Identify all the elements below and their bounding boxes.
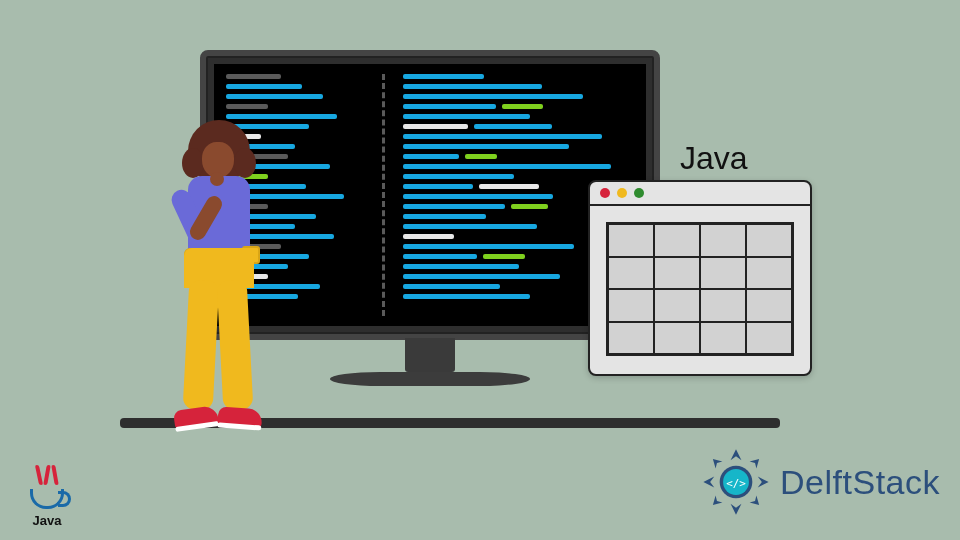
svg-marker-1 xyxy=(731,504,742,515)
delftstack-wordmark: DelftStack xyxy=(780,463,940,502)
maximize-dot-icon xyxy=(634,188,644,198)
java-cup-icon xyxy=(30,489,64,509)
data-grid xyxy=(606,222,794,356)
minimize-dot-icon xyxy=(617,188,627,198)
grid-cell xyxy=(608,224,654,257)
grid-cell xyxy=(700,224,746,257)
grid-cell xyxy=(746,322,792,355)
grid-cell xyxy=(746,224,792,257)
grid-cell xyxy=(654,289,700,322)
person-illustration xyxy=(150,130,280,430)
delftstack-badge-icon: </> xyxy=(702,448,770,516)
grid-cell xyxy=(700,322,746,355)
monitor-stand-neck xyxy=(405,338,455,372)
grid-cell xyxy=(654,224,700,257)
svg-marker-0 xyxy=(731,449,742,460)
close-dot-icon xyxy=(600,188,610,198)
svg-marker-3 xyxy=(758,477,769,488)
window-titlebar xyxy=(590,182,810,206)
java-steam-icon xyxy=(37,465,57,487)
svg-marker-5 xyxy=(750,459,760,469)
person-leg-right xyxy=(217,279,254,410)
person-shoe-left xyxy=(173,405,219,429)
svg-marker-7 xyxy=(750,496,760,506)
grid-cell xyxy=(654,322,700,355)
grid-cell xyxy=(608,322,654,355)
monitor-stand-base xyxy=(330,372,530,386)
svg-marker-4 xyxy=(713,459,723,469)
svg-marker-2 xyxy=(703,477,714,488)
person-leg-left xyxy=(183,279,220,410)
svg-marker-6 xyxy=(713,496,723,506)
grid-cell xyxy=(746,289,792,322)
grid-cell xyxy=(700,257,746,290)
grid-cell xyxy=(608,289,654,322)
java-label: Java xyxy=(680,140,748,177)
grid-cell xyxy=(746,257,792,290)
svg-text:</>: </> xyxy=(726,477,746,490)
grid-cell xyxy=(608,257,654,290)
java-logo-text: Java xyxy=(18,513,76,528)
person-hand xyxy=(210,172,224,186)
grid-cell xyxy=(700,289,746,322)
person-shoe-right xyxy=(217,406,262,427)
java-logo-icon: Java xyxy=(18,465,76,528)
delftstack-brand: </> DelftStack xyxy=(702,448,940,516)
code-divider xyxy=(382,74,385,316)
grid-cell xyxy=(654,257,700,290)
grid-window xyxy=(588,180,812,376)
